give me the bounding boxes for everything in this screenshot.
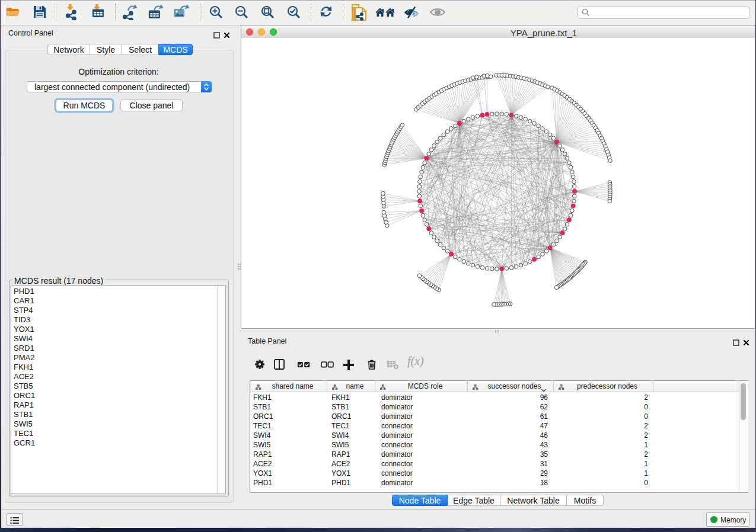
svg-text:f(x): f(x) xyxy=(407,356,424,368)
